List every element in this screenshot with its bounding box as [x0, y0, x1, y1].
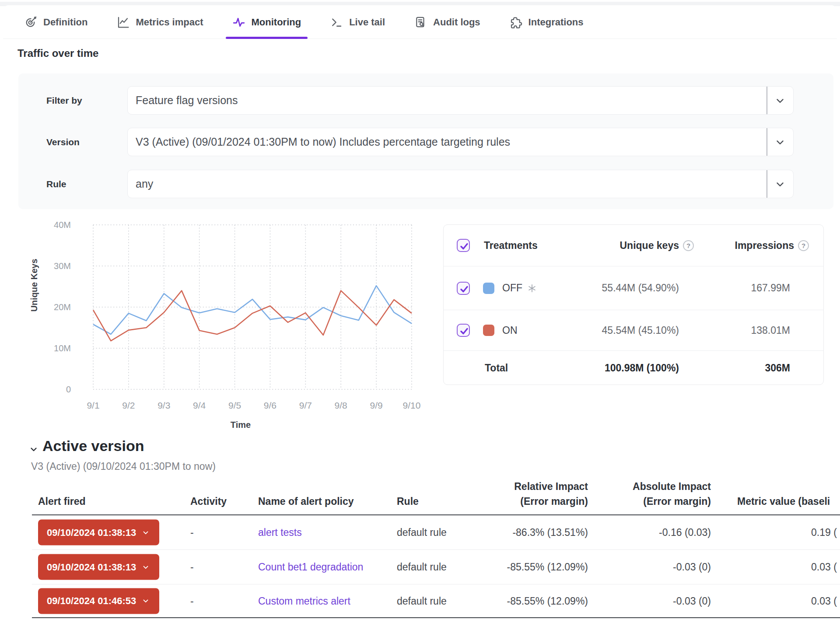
filter-by-select[interactable]: Feature flag versions [127, 86, 794, 115]
chevron-down-icon [774, 178, 786, 190]
off-label: OFF [502, 282, 522, 294]
alert-activity: - [190, 527, 194, 539]
alert-fired-dropdown[interactable]: 09/10/2024 01:46:53 [38, 588, 159, 614]
chevron-down-icon [774, 95, 786, 106]
tab-monitoring-label: Monitoring [252, 17, 301, 28]
treatments-select-all-checkbox[interactable] [457, 239, 470, 252]
document-search-icon [414, 16, 427, 29]
alert-relative-impact: -85.55% (12.09%) [507, 595, 588, 607]
unique-keys-label: Unique keys [620, 240, 679, 252]
col-rule: Rule [397, 494, 419, 509]
alert-fired-dropdown[interactable]: 09/10/2024 01:38:13 [38, 554, 159, 580]
on-color-swatch [483, 325, 494, 336]
check-icon [458, 283, 470, 295]
chart-x-axis-title: Time [206, 420, 276, 430]
treatments-header-row: Treatments Unique keys ? Impressions ? [444, 225, 823, 266]
on-checkbox[interactable] [457, 324, 470, 337]
tab-integrations[interactable]: Integrations [503, 5, 590, 39]
alert-rule: default rule [397, 527, 447, 539]
tab-definition-label: Definition [43, 17, 88, 28]
treatments-total-row: Total 100.98M (100%) 306M [444, 351, 823, 385]
tab-bar: Definition Metrics impact Monitoring Liv… [18, 5, 590, 39]
alert-relative-impact: -85.55% (12.09%) [507, 561, 588, 573]
alert-row: 09/10/2024 01:38:13 - Count bet1 degrada… [32, 550, 840, 584]
select-divider [766, 87, 767, 114]
treatment-row-off: OFF 55.44M (54.90%) 167.99M [444, 266, 823, 310]
col-name: Name of alert policy [258, 494, 354, 509]
col-metric-value: Metric value (baseli [737, 494, 830, 509]
alert-fired-badge: 09/10/2024 01:38:13 [38, 554, 159, 580]
alerts-table: Alert fired Activity Name of alert polic… [32, 479, 840, 618]
alert-fired-time: 09/10/2024 01:46:53 [47, 595, 136, 607]
tab-definition[interactable]: Definition [18, 5, 94, 39]
chevron-down-icon [142, 563, 150, 571]
off-unique-keys: 55.44M (54.90%) [602, 282, 679, 294]
chevron-down-icon [142, 597, 150, 605]
total-label: Total [485, 362, 508, 374]
treatment-row-on: ON 45.54M (45.10%) 138.01M [444, 310, 823, 350]
collapse-chevron-icon[interactable] [29, 444, 38, 454]
tab-live-tail-label: Live tail [349, 17, 385, 28]
alert-fired-time: 09/10/2024 01:38:13 [47, 561, 136, 573]
filter-row-version: Version V3 (Active) (09/01/2024 01:30PM … [18, 128, 833, 156]
active-version-subtitle: V3 (Active) (09/10/2024 01:30PM to now) [31, 461, 216, 472]
filter-panel: Filter by Feature flag versions Version … [18, 73, 833, 209]
treatments-title: Treatments [484, 240, 538, 252]
alert-absolute-impact: -0.03 (0) [673, 561, 711, 573]
pulse-icon [232, 16, 245, 29]
col-activity: Activity [190, 494, 227, 509]
tab-integrations-label: Integrations [528, 17, 584, 28]
filter-row-rule: Rule any [18, 170, 833, 198]
col-absolute-impact: Absolute Impact(Error margin) [633, 479, 711, 509]
select-divider [766, 170, 767, 198]
alert-policy-link[interactable]: Custom metrics alert [258, 595, 350, 607]
rule-select[interactable]: any [127, 170, 794, 198]
alert-fired-dropdown[interactable]: 09/10/2024 01:38:13 [38, 520, 159, 546]
chevron-down-icon [774, 136, 786, 148]
version-select[interactable]: V3 (Active) (09/01/2024 01:30PM to now) … [127, 128, 794, 156]
alert-relative-impact: -86.3% (13.51%) [512, 527, 588, 539]
alert-rule: default rule [397, 595, 447, 607]
alert-row: 09/10/2024 01:46:53 - Custom metrics ale… [32, 584, 840, 618]
off-color-swatch [483, 283, 494, 294]
treatments-panel: Treatments Unique keys ? Impressions ? O… [443, 224, 824, 385]
on-impressions: 138.01M [751, 325, 790, 336]
tab-metrics-impact[interactable]: Metrics impact [110, 5, 210, 39]
col-alert-fired: Alert fired [38, 494, 86, 509]
impressions-label: Impressions [735, 240, 794, 252]
alert-activity: - [190, 561, 194, 573]
monitoring-page: { "colors":{"accent_purple":"#742dde","s… [0, 0, 840, 626]
off-checkbox[interactable] [457, 282, 470, 295]
filter-by-value: Feature flag versions [136, 94, 238, 107]
on-label: ON [502, 325, 518, 336]
tab-monitoring[interactable]: Monitoring [226, 5, 308, 39]
impressions-header: Impressions ? [735, 240, 809, 252]
active-version-heading: Active version [42, 437, 144, 455]
select-divider [766, 128, 767, 156]
help-icon[interactable]: ? [798, 240, 809, 251]
check-icon [458, 241, 470, 252]
terminal-icon [330, 16, 343, 29]
tab-live-tail[interactable]: Live tail [323, 5, 392, 39]
alert-fired-badge: 09/10/2024 01:38:13 [38, 520, 159, 546]
alert-policy-link[interactable]: Count bet1 degradation [258, 561, 363, 573]
alert-row: 09/10/2024 01:38:13 - alert tests defaul… [32, 515, 840, 550]
tab-audit-logs-label: Audit logs [433, 17, 480, 28]
off-impressions: 167.99M [751, 282, 790, 294]
check-icon [458, 325, 470, 337]
alerts-table-header: Alert fired Activity Name of alert polic… [32, 479, 840, 515]
help-icon[interactable]: ? [683, 240, 694, 251]
tab-metrics-impact-label: Metrics impact [136, 17, 203, 28]
alert-fired-time: 09/10/2024 01:38:13 [47, 527, 136, 538]
alert-activity: - [190, 595, 194, 607]
filter-row-filter-by: Filter by Feature flag versions [18, 86, 833, 115]
alert-metric-value: 0.03 ( [811, 561, 837, 573]
alert-policy-link[interactable]: alert tests [258, 527, 302, 539]
alert-metric-value: 0.03 ( [811, 595, 837, 607]
chevron-down-icon [142, 528, 150, 536]
total-impressions: 306M [765, 362, 790, 374]
tab-audit-logs[interactable]: Audit logs [407, 5, 487, 39]
puzzle-icon [509, 16, 522, 29]
version-value: V3 (Active) (09/01/2024 01:30PM to now) … [136, 136, 510, 148]
alert-rule: default rule [397, 561, 447, 573]
